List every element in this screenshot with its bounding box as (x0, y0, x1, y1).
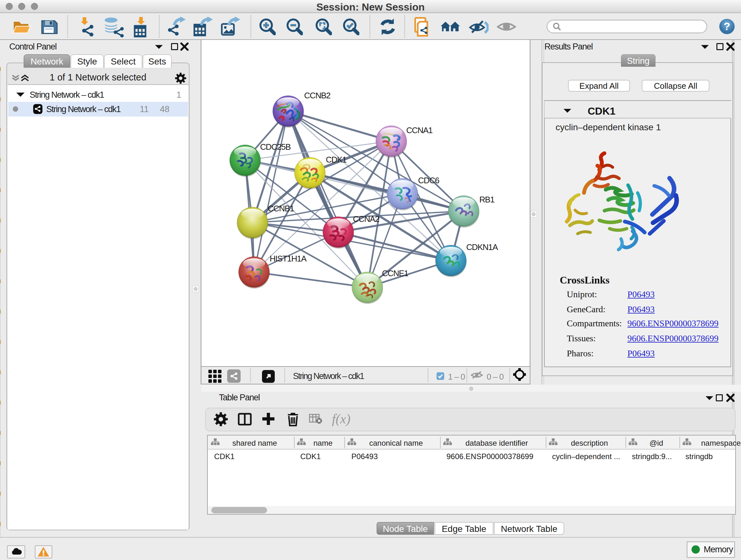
svg-text:CCNE1: CCNE1 (382, 268, 408, 278)
svg-text:CCNA2: CCNA2 (353, 214, 380, 224)
svg-text:RB1: RB1 (479, 195, 495, 204)
svg-text:CCNB2: CCNB2 (304, 91, 331, 100)
svg-text:CCNB1: CCNB1 (268, 204, 294, 213)
svg-text:CDK1: CDK1 (326, 155, 347, 165)
svg-text:CDC25B: CDC25B (260, 142, 290, 152)
svg-text:CDKN1A: CDKN1A (466, 242, 498, 252)
svg-text:HIST1H1A: HIST1H1A (270, 254, 307, 263)
svg-text:?: ? (724, 20, 731, 32)
svg-text:CCNA1: CCNA1 (406, 125, 433, 135)
svg-text:CDC6: CDC6 (418, 176, 440, 185)
